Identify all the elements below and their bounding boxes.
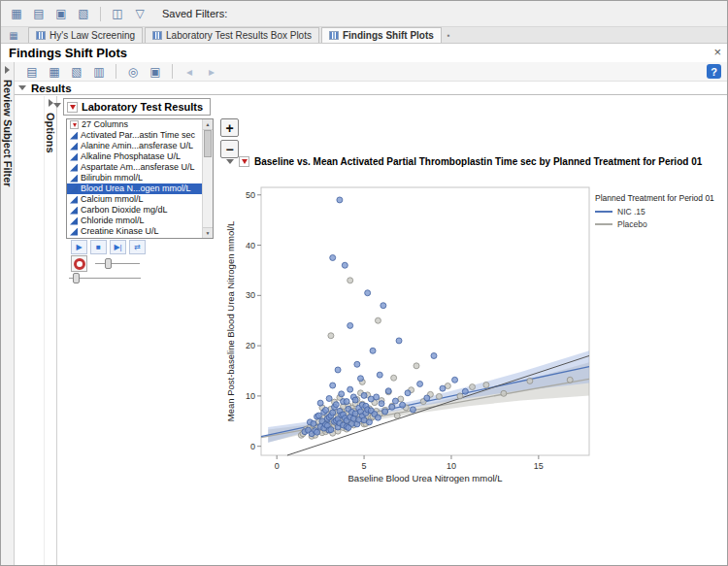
disclosure-down-icon[interactable] <box>226 159 234 164</box>
review-subject-filter-panel[interactable]: Review Subject Filter <box>1 62 15 566</box>
report-icon[interactable]: ▤ <box>29 5 49 22</box>
list-item[interactable]: Aspartate Am...ansferase U/L <box>67 162 213 173</box>
record-button[interactable] <box>71 255 87 272</box>
page-title: Findings Shift Plots <box>9 46 127 60</box>
report-tab-icon <box>329 31 339 40</box>
journal-icon[interactable]: ▣ <box>51 5 71 22</box>
continuous-column-icon <box>70 207 78 215</box>
slider-thumb[interactable] <box>105 258 112 269</box>
continuous-column-icon <box>70 185 78 193</box>
report-title-bar: Findings Shift Plots × <box>1 44 728 62</box>
list-item-label: Carbon Dioxide mg/dL <box>81 205 168 216</box>
list-item[interactable]: Creatinine mmol/L <box>67 237 213 239</box>
tab-label: Hy's Law Screening <box>50 30 135 41</box>
step-button[interactable]: ▶| <box>110 240 126 254</box>
svg-text:50: 50 <box>246 190 255 200</box>
tab-findings-shift-plots[interactable]: Findings Shift Plots <box>321 27 442 43</box>
chart-section-header: Baseline vs. Mean Activated Partial Thro… <box>226 156 702 167</box>
tab-strip-menu-icon[interactable]: ▦ <box>7 29 20 42</box>
position-slider[interactable] <box>69 272 141 283</box>
record-icon <box>74 258 85 270</box>
play-button[interactable]: ▶ <box>71 240 87 254</box>
forward-icon[interactable]: ▸ <box>202 63 221 81</box>
results-section-label: Results <box>31 83 72 94</box>
list-item[interactable]: Carbon Dioxide mg/dL <box>67 205 213 216</box>
data-grid-icon[interactable]: ▦ <box>45 63 64 81</box>
list-scrollbar[interactable]: ▲ ▼ <box>202 119 213 238</box>
saved-filters-label: Saved Filters: <box>162 8 227 19</box>
continuous-column-icon <box>70 196 78 204</box>
list-item-selected[interactable]: Blood Urea N...ogen mmol/L <box>67 183 213 194</box>
list-item[interactable]: Bilirubin mmol/L <box>67 173 213 183</box>
disclosure-right-icon[interactable] <box>49 99 53 107</box>
list-item[interactable]: Creatine Kinase U/L <box>67 226 213 237</box>
red-triangle-menu-icon[interactable] <box>70 120 79 129</box>
scrollbar-thumb[interactable] <box>204 130 212 157</box>
legend-title: Planned Treatment for Period 01 <box>595 193 714 203</box>
column-panel-title: Laboratory Test Results <box>82 101 203 113</box>
svg-text:0: 0 <box>250 442 255 451</box>
data-table-icon[interactable]: ▦ <box>7 5 26 22</box>
continuous-column-icon <box>70 164 78 172</box>
tab-hys-law-screening[interactable]: Hy's Law Screening <box>28 27 143 43</box>
results-section-header[interactable]: Results <box>15 82 728 95</box>
disclosure-down-icon[interactable] <box>53 103 61 108</box>
svg-text:10: 10 <box>246 391 255 401</box>
scatter-plot[interactable]: 05101501020304050Baseline Blood Urea Nit… <box>222 178 611 488</box>
list-item-label: Aspartate Am...ansferase U/L <box>81 162 195 173</box>
loop-button[interactable]: ⇄ <box>129 240 146 254</box>
chart-legend: Planned Treatment for Period 01 NIC .15 … <box>595 193 714 232</box>
list-item-label: Alanine Amin...ansferase U/L <box>81 141 193 151</box>
target-icon[interactable]: ◎ <box>123 63 143 81</box>
continuous-column-icon <box>70 228 78 236</box>
disclosure-down-icon[interactable] <box>18 85 26 90</box>
list-item[interactable]: Alkaline Phosphatase U/L <box>67 151 213 162</box>
scroll-down-icon[interactable]: ▼ <box>203 227 213 238</box>
window-icon[interactable]: ◫ <box>108 5 127 22</box>
help-icon[interactable]: ? <box>707 64 721 79</box>
list-item-label: Bilirubin mmol/L <box>81 173 143 183</box>
toolbar-separator <box>172 64 173 79</box>
slider-thumb[interactable] <box>73 273 80 283</box>
list-item-label: Blood Urea N...ogen mmol/L <box>81 183 191 194</box>
disclosure-right-icon[interactable] <box>5 66 10 74</box>
red-triangle-menu-icon[interactable] <box>239 156 249 167</box>
filter-icon[interactable]: ▽ <box>130 5 149 22</box>
continuous-column-icon <box>70 153 78 161</box>
close-icon[interactable]: × <box>713 46 721 59</box>
chart-title: Baseline vs. Mean Activated Partial Thro… <box>254 156 702 167</box>
rows-icon[interactable]: ▥ <box>89 63 109 81</box>
list-item[interactable]: Chloride mmol/L <box>67 216 213 226</box>
tab-label: Findings Shift Plots <box>343 30 434 41</box>
pattern-icon[interactable]: ▧ <box>67 63 86 81</box>
toolbar-separator <box>100 7 101 21</box>
list-item-label: Activated Par...astin Time sec <box>81 130 195 141</box>
options-label: Options <box>45 113 56 153</box>
legend-item[interactable]: Placebo <box>595 219 714 229</box>
list-item[interactable]: Alanine Amin...ansferase U/L <box>67 141 213 151</box>
column-list[interactable]: 27 Columns Activated Par...astin Time se… <box>66 118 214 239</box>
report-tab-icon <box>152 31 162 40</box>
frame-icon[interactable]: ▣ <box>146 63 165 81</box>
column-count-row[interactable]: 27 Columns <box>67 119 213 130</box>
script-icon[interactable]: ▧ <box>74 5 93 22</box>
svg-text:Mean Post-baseline Blood Urea: Mean Post-baseline Blood Urea Nitrogen m… <box>225 221 236 421</box>
scroll-up-icon[interactable]: ▲ <box>203 119 213 130</box>
pin-icon[interactable]: ▪ <box>447 31 450 40</box>
red-triangle-glyph <box>73 123 77 127</box>
red-triangle-menu-icon[interactable] <box>67 102 78 113</box>
legend-label: Placebo <box>617 219 647 229</box>
open-report-icon[interactable]: ▤ <box>22 63 42 81</box>
add-column-button[interactable]: + <box>220 118 239 137</box>
list-item[interactable]: Calcium mmol/L <box>67 194 213 205</box>
back-icon[interactable]: ◂ <box>180 63 199 81</box>
toolbar-separator <box>116 64 116 79</box>
playback-controls: ▶ ■ ▶| ⇄ <box>71 240 146 254</box>
list-item[interactable]: Activated Par...astin Time sec <box>67 130 213 141</box>
legend-item[interactable]: NIC .15 <box>595 207 714 216</box>
tab-bar: ▦ Hy's Law Screening Laboratory Test Res… <box>1 27 728 44</box>
tab-laboratory-test-results-box-plots[interactable]: Laboratory Test Results Box Plots <box>145 27 319 43</box>
options-panel[interactable]: Options <box>44 96 57 566</box>
speed-slider[interactable] <box>95 257 140 269</box>
stop-button[interactable]: ■ <box>90 240 107 254</box>
